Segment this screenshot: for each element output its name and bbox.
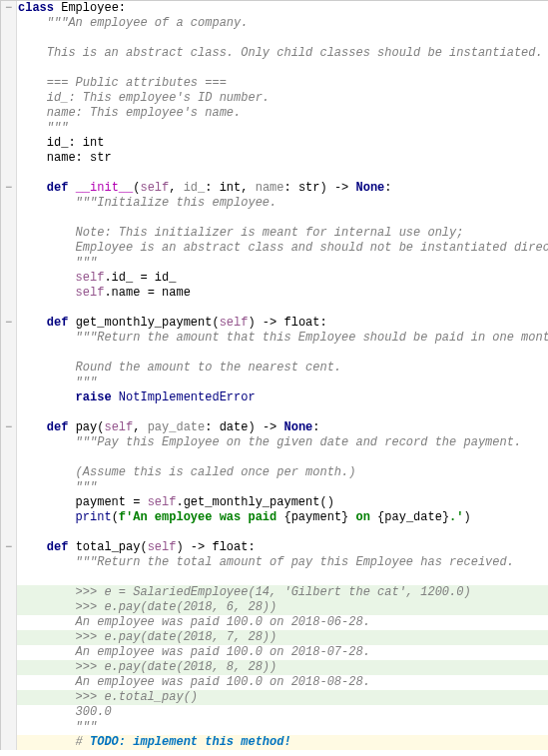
code-text[interactable]: # TODO: implement this method! [17,735,548,750]
code-line: id_: This employee's ID number. [1,91,548,106]
code-text[interactable]: Employee is an abstract class and should… [17,241,548,256]
code-text[interactable]: """ [17,121,548,136]
code-text[interactable]: >>> e.pay(date(2018, 8, 28)) [17,660,548,675]
gutter-fold-icon[interactable] [1,540,17,555]
code-text[interactable]: print(f'An employee was paid {payment} o… [17,510,548,525]
code-text[interactable]: """ [17,376,548,390]
code-text[interactable]: id_: int [17,136,548,151]
code-token: : int, [205,181,255,195]
code-text[interactable]: """Initialize this employee. [17,196,548,211]
code-token: pay [76,420,98,434]
gutter-fold-icon[interactable] [1,181,17,196]
code-text[interactable]: === Public attributes === [17,76,548,91]
code-line [1,346,548,361]
code-token: """ [76,720,98,734]
code-text[interactable]: self.id_ = id_ [17,271,548,286]
code-line [1,301,548,316]
code-token: ( [212,316,219,330]
code-text[interactable]: id_: This employee's ID number. [17,91,548,106]
code-text[interactable]: (Assume this is called once per month.) [17,465,548,480]
code-line: >>> e.pay(date(2018, 6, 28)) [1,600,548,615]
code-token: None [283,420,312,434]
code-line [1,211,548,226]
code-token: ) -> float: [176,540,255,554]
code-text[interactable] [17,405,548,420]
code-text[interactable]: >>> e.pay(date(2018, 6, 28)) [17,600,548,615]
code-text[interactable]: """ [17,256,548,271]
code-text[interactable]: >>> e = SalariedEmployee(14, 'Gilbert th… [17,585,548,600]
code-text[interactable]: def total_pay(self) -> float: [17,540,548,555]
code-line: name: str [1,151,548,166]
code-text[interactable]: Note: This initializer is meant for inte… [17,226,548,241]
code-text[interactable] [17,301,548,316]
code-token: An employee was paid 100.0 on 2018-06-28… [76,615,370,629]
code-text[interactable]: name: str [17,151,548,166]
code-text[interactable]: self.name = name [17,286,548,301]
code-text[interactable]: """ [17,720,548,735]
code-token: self [76,271,105,285]
code-text[interactable] [17,211,548,226]
code-token [18,226,76,240]
code-text[interactable]: def pay(self, pay_date: date) -> None: [17,420,548,435]
code-token: None [356,181,385,195]
code-line [1,166,548,181]
gutter-fold-icon [1,495,17,510]
gutter-fold-icon[interactable] [1,1,17,16]
code-line: >>> e.pay(date(2018, 7, 28)) [1,630,548,645]
code-text[interactable] [17,61,548,76]
code-token [18,376,76,389]
code-token: """ [76,256,98,270]
code-line [1,405,548,420]
gutter-fold-icon [1,106,17,121]
code-line: Note: This initializer is meant for inte… [1,226,548,241]
code-text[interactable] [17,31,548,46]
code-line [1,61,548,76]
code-text[interactable]: >>> e.total_pay() [17,690,548,705]
gutter-fold-icon [1,256,17,271]
gutter-fold-icon [1,76,17,91]
code-text[interactable]: def __init__(self, id_: int, name: str) … [17,181,548,196]
code-text[interactable]: An employee was paid 100.0 on 2018-07-28… [17,645,548,660]
code-token: (Assume this is called once per month.) [76,465,356,479]
code-text[interactable] [17,450,548,465]
code-token: class [18,1,61,15]
code-text[interactable]: payment = self.get_monthly_payment() [17,495,548,510]
code-text[interactable]: raise NotImplementedError [17,390,548,405]
code-text[interactable] [17,166,548,181]
code-text[interactable] [17,525,548,540]
code-text[interactable]: 300.0 [17,705,548,720]
code-text[interactable]: >>> e.pay(date(2018, 7, 28)) [17,630,548,645]
code-text[interactable] [17,346,548,361]
code-token: : date) -> [205,420,283,434]
code-text[interactable]: An employee was paid 100.0 on 2018-08-28… [17,675,548,690]
code-text[interactable] [17,570,548,585]
code-token [18,241,76,255]
code-text[interactable]: This is an abstract class. Only child cl… [17,46,548,61]
code-token: name: This employee's name. [47,106,241,120]
code-token [18,331,76,345]
code-token: {pay_date} [377,510,449,524]
code-text[interactable]: """Return the amount that this Employee … [17,331,548,346]
code-text[interactable]: Round the amount to the nearest cent. [17,361,548,376]
code-text[interactable]: """An employee of a company. [17,16,548,31]
code-line [1,525,548,540]
code-token [18,76,47,90]
gutter-fold-icon[interactable] [1,420,17,435]
code-text[interactable]: class Employee: [17,1,548,16]
gutter-fold-icon[interactable] [1,316,17,331]
code-token: ) -> float: [248,316,326,330]
code-token: name: str [18,151,112,165]
gutter-fold-icon [1,570,17,585]
code-text[interactable]: """ [17,480,548,495]
code-text[interactable]: """Return the total amount of pay this E… [17,555,548,570]
code-token [18,630,76,644]
code-line: self.id_ = id_ [1,271,548,286]
code-text[interactable]: An employee was paid 100.0 on 2018-06-28… [17,615,548,630]
code-token: TODO: implement this method! [90,735,291,749]
code-token: self [76,286,105,300]
code-text[interactable]: name: This employee's name. [17,106,548,121]
code-token: ( [112,510,119,524]
code-token: get_monthly_payment [76,316,213,330]
code-text[interactable]: def get_monthly_payment(self) -> float: [17,316,548,331]
code-text[interactable]: """Pay this Employee on the given date a… [17,435,548,450]
